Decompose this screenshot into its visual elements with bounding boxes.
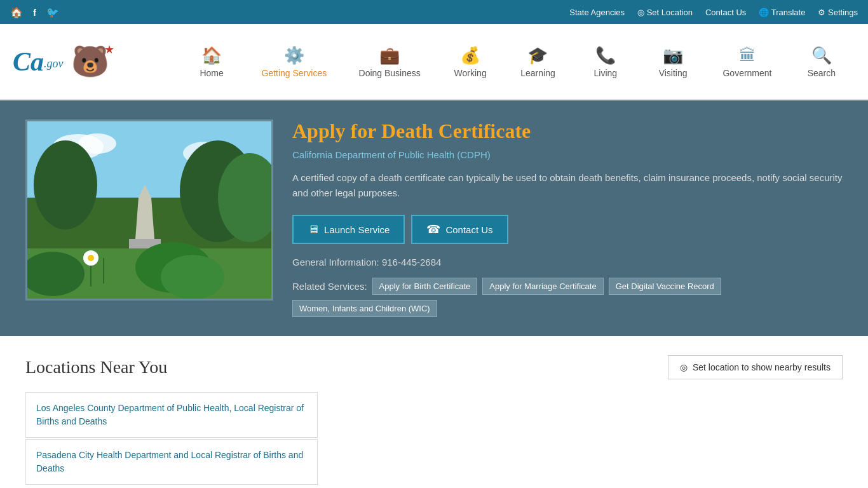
nav-getting-services[interactable]: ⚙️ Getting Services <box>254 41 334 83</box>
home-icon: 🏠 <box>201 46 222 65</box>
image-placeholder <box>27 121 271 299</box>
logo: Ca .gov ★ 🐻 <box>13 44 178 79</box>
contact-us-link[interactable]: Contact Us <box>705 8 746 17</box>
social-links: 🏠 f 🐦 <box>10 6 59 18</box>
related-services: Related Services: Apply for Birth Certif… <box>292 278 843 317</box>
bear-icon: 🐻 <box>71 44 109 79</box>
state-agencies-link[interactable]: State Agencies <box>569 8 625 17</box>
service-info: Apply for Death Certificate California D… <box>292 119 843 317</box>
nav-visiting[interactable]: 📷 Visiting <box>648 41 698 83</box>
location-link-la[interactable]: Los Angeles County Department of Public … <box>36 402 307 428</box>
locations-title: Locations Near You <box>25 357 167 377</box>
graduation-icon: 🎓 <box>527 46 548 65</box>
location-icon: ◎ <box>637 8 644 17</box>
main-content: Apply for Death Certificate California D… <box>0 100 868 336</box>
nav-bar: Ca .gov ★ 🐻 🏠 Home ⚙️ Getting Services 💼… <box>0 24 868 100</box>
location-list: Los Angeles County Department of Public … <box>25 392 318 485</box>
department-link[interactable]: California Department of Public Health (… <box>292 149 843 160</box>
building-icon: 🏛 <box>739 46 756 65</box>
location-item: Los Angeles County Department of Public … <box>25 392 318 438</box>
set-location-link[interactable]: ◎ Set Location <box>637 8 693 17</box>
facebook-icon[interactable]: f <box>33 7 36 18</box>
logo-ca: Ca <box>13 46 44 77</box>
nav-government[interactable]: 🏛 Government <box>715 41 779 83</box>
nav-learning[interactable]: 🎓 Learning <box>512 41 563 83</box>
camera-icon: 📷 <box>663 46 683 65</box>
phone-icon: 📞 <box>595 46 616 65</box>
nav-living[interactable]: 📞 Living <box>580 41 631 83</box>
nav-search[interactable]: 🔍 Search <box>796 41 847 83</box>
related-tag-vaccine[interactable]: Get Digital Vaccine Record <box>609 278 721 295</box>
related-tag-marriage[interactable]: Apply for Marriage Certificate <box>482 278 603 295</box>
briefcase-icon: 💼 <box>379 46 400 65</box>
top-bar-right: State Agencies ◎ Set Location Contact Us… <box>569 8 858 17</box>
related-tag-wic[interactable]: Women, Infants and Children (WIC) <box>292 300 437 317</box>
scene-svg <box>27 121 273 301</box>
gears-icon: ⚙️ <box>284 46 304 65</box>
logo-dotgov: .gov <box>44 57 64 71</box>
home-social-icon[interactable]: 🏠 <box>10 6 23 18</box>
related-tag-birth[interactable]: Apply for Birth Certificate <box>372 278 478 295</box>
settings-link[interactable]: ⚙ Settings <box>818 8 858 17</box>
location-item: Pasadena City Health Department and Loca… <box>25 439 318 485</box>
logo-star: ★ <box>104 43 114 57</box>
contact-us-button[interactable]: ☎ Contact Us <box>411 215 508 244</box>
translate-link[interactable]: 🌐 Translate <box>759 8 805 17</box>
monitor-icon: 🖥 <box>308 223 319 236</box>
nav-home[interactable]: 🏠 Home <box>186 41 237 83</box>
top-bar: 🏠 f 🐦 State Agencies ◎ Set Location Cont… <box>0 0 868 24</box>
nav-doing-business[interactable]: 💼 Doing Business <box>351 41 428 83</box>
phone-info: General Information: 916-445-2684 <box>292 257 843 268</box>
money-icon: 💰 <box>460 46 480 65</box>
locations-header: Locations Near You ◎ Set location to sho… <box>25 355 843 379</box>
service-image <box>25 119 273 301</box>
locations-section: Locations Near You ◎ Set location to sho… <box>0 336 868 488</box>
search-icon: 🔍 <box>811 46 832 65</box>
globe-icon: 🌐 <box>759 8 769 17</box>
gear-icon: ⚙ <box>818 8 825 17</box>
action-buttons: 🖥 Launch Service ☎ Contact Us <box>292 215 843 244</box>
svg-point-7 <box>34 140 97 229</box>
launch-service-button[interactable]: 🖥 Launch Service <box>292 215 405 244</box>
svg-point-15 <box>88 255 94 261</box>
svg-point-17 <box>161 255 224 299</box>
location-pin-icon: ◎ <box>680 362 688 372</box>
set-location-button[interactable]: ◎ Set location to show nearby results <box>668 355 843 379</box>
phone-btn-icon: ☎ <box>426 222 440 236</box>
service-title: Apply for Death Certificate <box>292 119 843 143</box>
main-nav: 🏠 Home ⚙️ Getting Services 💼 Doing Busin… <box>178 41 855 83</box>
nav-working[interactable]: 💰 Working <box>445 41 496 83</box>
service-description: A certified copy of a death certificate … <box>292 170 843 201</box>
location-link-pasadena[interactable]: Pasadena City Health Department and Loca… <box>36 449 307 475</box>
twitter-icon[interactable]: 🐦 <box>46 6 59 18</box>
